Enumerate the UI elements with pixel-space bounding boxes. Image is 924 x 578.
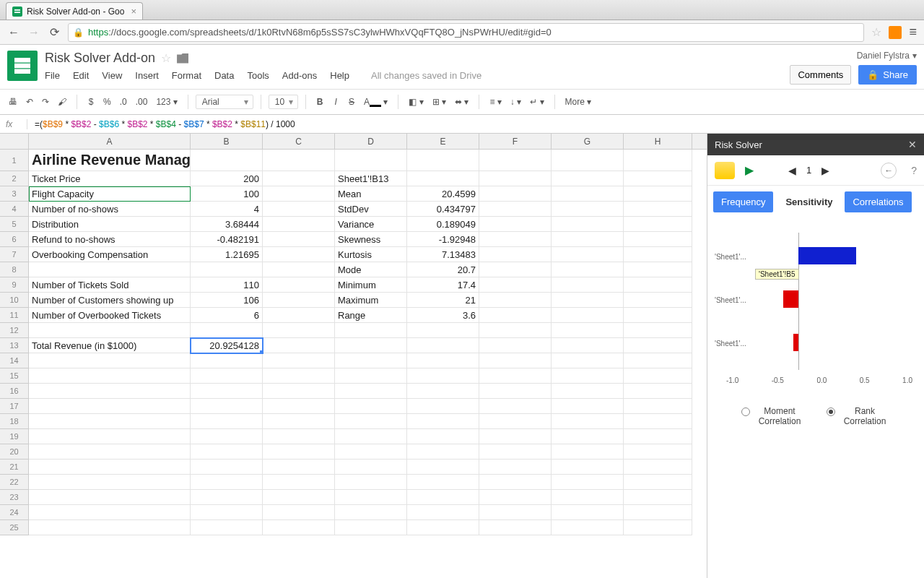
cell[interactable]: [407, 460, 479, 475]
cell[interactable]: [335, 520, 407, 535]
col-header[interactable]: C: [263, 134, 335, 149]
cell[interactable]: [479, 505, 552, 520]
row-header[interactable]: 17: [0, 399, 29, 414]
row-header[interactable]: 19: [0, 429, 29, 444]
cell[interactable]: 0.434797: [407, 202, 479, 217]
cell[interactable]: 100: [191, 186, 263, 202]
cell[interactable]: -0.482191: [191, 232, 263, 247]
cell[interactable]: [29, 262, 191, 277]
cell[interactable]: [407, 171, 479, 186]
cell[interactable]: [479, 399, 552, 414]
cell[interactable]: Refund to no-shows: [29, 232, 191, 247]
cell[interactable]: [335, 460, 407, 475]
cell[interactable]: [191, 444, 263, 460]
cell[interactable]: 3.6: [407, 308, 479, 323]
col-header[interactable]: B: [191, 134, 263, 149]
cell[interactable]: [335, 323, 407, 338]
cell[interactable]: [263, 460, 335, 475]
close-tab-icon[interactable]: ×: [131, 6, 136, 17]
cell[interactable]: [191, 414, 263, 429]
cell[interactable]: 6: [191, 308, 263, 323]
cell[interactable]: [624, 414, 692, 429]
cell[interactable]: [263, 338, 335, 353]
cell[interactable]: [191, 323, 263, 338]
cell[interactable]: [407, 520, 479, 535]
cell[interactable]: [29, 460, 191, 475]
cell[interactable]: [407, 475, 479, 490]
cell[interactable]: [407, 368, 479, 384]
dec-decrease-icon[interactable]: .0: [117, 97, 130, 107]
cell[interactable]: [479, 247, 552, 262]
cell[interactable]: [263, 353, 335, 368]
row-header[interactable]: 8: [0, 262, 29, 277]
cell[interactable]: [552, 429, 624, 444]
cell[interactable]: Number of no-shows: [29, 202, 191, 217]
cell[interactable]: [407, 323, 479, 338]
cell[interactable]: [624, 460, 692, 475]
cell[interactable]: [263, 150, 335, 171]
valign-icon[interactable]: ↓ ▾: [507, 97, 524, 107]
row-header[interactable]: 5: [0, 217, 29, 232]
cell[interactable]: [263, 232, 335, 247]
cell[interactable]: [479, 150, 552, 171]
cell[interactable]: [479, 520, 552, 535]
cell[interactable]: [479, 308, 552, 323]
cell[interactable]: [552, 475, 624, 490]
cell[interactable]: [624, 444, 692, 460]
cell[interactable]: [191, 262, 263, 277]
cell[interactable]: -1.92948: [407, 232, 479, 247]
cell[interactable]: [552, 414, 624, 429]
cell[interactable]: [479, 429, 552, 444]
prev-icon[interactable]: ◀: [788, 165, 796, 176]
cell-grid[interactable]: 1Airline Revenue Management2Ticket Price…: [0, 150, 707, 578]
cell[interactable]: [263, 444, 335, 460]
cell[interactable]: [552, 338, 624, 353]
cell[interactable]: [552, 520, 624, 535]
cell[interactable]: [479, 368, 552, 384]
row-header[interactable]: 21: [0, 460, 29, 475]
cell[interactable]: [624, 308, 692, 323]
cell[interactable]: [624, 399, 692, 414]
cell[interactable]: [263, 293, 335, 308]
redo-icon[interactable]: ↷: [39, 97, 52, 107]
cell[interactable]: [263, 384, 335, 399]
row-header[interactable]: 23: [0, 490, 29, 505]
row-header[interactable]: 16: [0, 384, 29, 399]
lightbulb-icon[interactable]: [715, 162, 735, 179]
cell[interactable]: [479, 444, 552, 460]
cell[interactable]: [191, 460, 263, 475]
cell[interactable]: [29, 368, 191, 384]
cell[interactable]: [335, 384, 407, 399]
cell[interactable]: [552, 444, 624, 460]
cell[interactable]: [407, 429, 479, 444]
cell[interactable]: [479, 217, 552, 232]
cell[interactable]: [407, 384, 479, 399]
reload-button[interactable]: ⟳: [48, 25, 61, 39]
cell[interactable]: [479, 353, 552, 368]
cell[interactable]: Flight Capacity: [29, 186, 191, 202]
share-button[interactable]: 🔒Share: [858, 65, 917, 85]
cell[interactable]: [624, 277, 692, 293]
cell[interactable]: [335, 338, 407, 353]
cell[interactable]: [552, 202, 624, 217]
cell[interactable]: [552, 460, 624, 475]
col-header[interactable]: E: [407, 134, 479, 149]
cell[interactable]: Skewness: [335, 232, 407, 247]
cell[interactable]: [263, 475, 335, 490]
cell[interactable]: [552, 277, 624, 293]
menu-tools[interactable]: Tools: [247, 70, 269, 81]
cell[interactable]: [407, 353, 479, 368]
cell[interactable]: [552, 217, 624, 232]
cell[interactable]: [479, 232, 552, 247]
cell[interactable]: [479, 293, 552, 308]
currency-icon[interactable]: $: [84, 97, 97, 107]
menu-edit[interactable]: Edit: [73, 70, 89, 81]
cell[interactable]: [624, 505, 692, 520]
cell[interactable]: 110: [191, 277, 263, 293]
cell[interactable]: [552, 308, 624, 323]
cell[interactable]: [191, 368, 263, 384]
cell[interactable]: [263, 368, 335, 384]
radio-rank[interactable]: Rank Correlation: [827, 406, 890, 426]
close-panel-icon[interactable]: ✕: [908, 139, 917, 150]
undo-icon[interactable]: ↶: [23, 97, 36, 107]
